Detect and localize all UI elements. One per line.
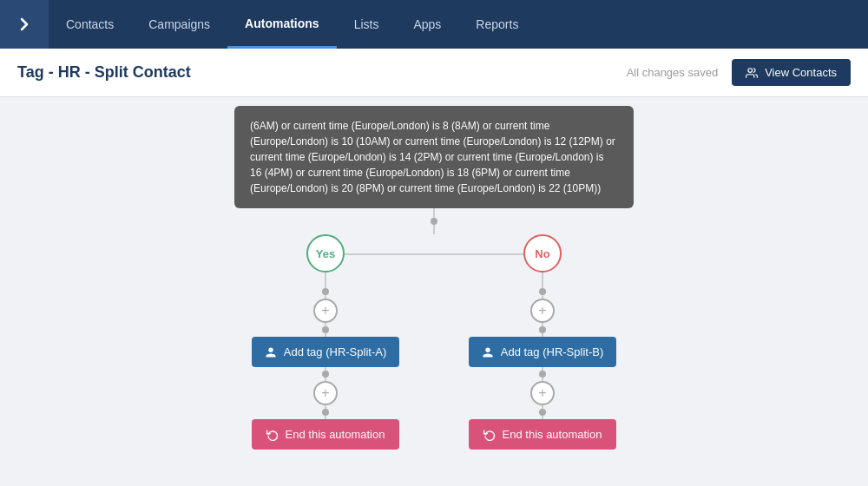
add-tag-split-a-button[interactable]: Add tag (HR-Split-A) [252, 337, 399, 367]
nav-item-apps[interactable]: Apps [396, 0, 458, 49]
nav-item-contacts[interactable]: Contacts [49, 0, 131, 49]
add-tag-split-b-label: Add tag (HR-Split-B) [501, 345, 603, 358]
user-tag-icon-right [482, 346, 494, 358]
nav-item-lists[interactable]: Lists [337, 0, 397, 49]
user-tag-icon-left [265, 346, 277, 358]
nav-item-automations[interactable]: Automations [227, 0, 337, 49]
svg-point-0 [748, 68, 753, 72]
yes-circle[interactable]: Yes [306, 234, 345, 273]
header-bar: Tag - HR - Split Contact All changes sav… [0, 49, 868, 97]
add-tag-split-b-button[interactable]: Add tag (HR-Split-B) [469, 337, 616, 367]
nav-items: Contacts Campaigns Automations Lists App… [49, 0, 536, 49]
add-step-yes-button[interactable]: + [313, 299, 338, 323]
header-right: All changes saved View Contacts [627, 59, 851, 86]
nav-item-reports[interactable]: Reports [458, 0, 536, 49]
end-automation-right-button[interactable]: End this automation [469, 419, 616, 450]
condition-box[interactable]: (6AM) or current time (Europe/London) is… [234, 106, 634, 208]
branches: Yes + Add tag (HR-Split-A) + [243, 234, 625, 450]
branch-no: No + Add tag (HR-Split-B) + [460, 234, 625, 450]
refresh-icon-left [266, 429, 279, 441]
navbar: Contacts Campaigns Automations Lists App… [0, 0, 868, 49]
add-tag-split-a-label: Add tag (HR-Split-A) [284, 345, 386, 358]
add-step-yes-end-button[interactable]: + [313, 381, 338, 405]
refresh-icon-right [483, 429, 496, 441]
page-title: Tag - HR - Split Contact [17, 63, 191, 82]
automation-canvas: (6AM) or current time (Europe/London) is… [0, 97, 868, 486]
nav-item-campaigns[interactable]: Campaigns [131, 0, 227, 49]
no-circle[interactable]: No [523, 234, 562, 273]
add-step-no-end-button[interactable]: + [530, 381, 555, 405]
nav-logo[interactable] [0, 0, 49, 49]
users-icon [746, 67, 758, 79]
add-step-no-button[interactable]: + [530, 299, 555, 323]
flow-container: (6AM) or current time (Europe/London) is… [234, 97, 634, 486]
view-contacts-button[interactable]: View Contacts [732, 59, 851, 86]
saved-status: All changes saved [627, 66, 719, 79]
view-contacts-label: View Contacts [765, 66, 837, 79]
branch-yes: Yes + Add tag (HR-Split-A) + [243, 234, 408, 450]
end-automation-left-button[interactable]: End this automation [252, 419, 399, 450]
end-automation-left-label: End this automation [286, 428, 385, 441]
end-automation-right-label: End this automation [503, 428, 602, 441]
